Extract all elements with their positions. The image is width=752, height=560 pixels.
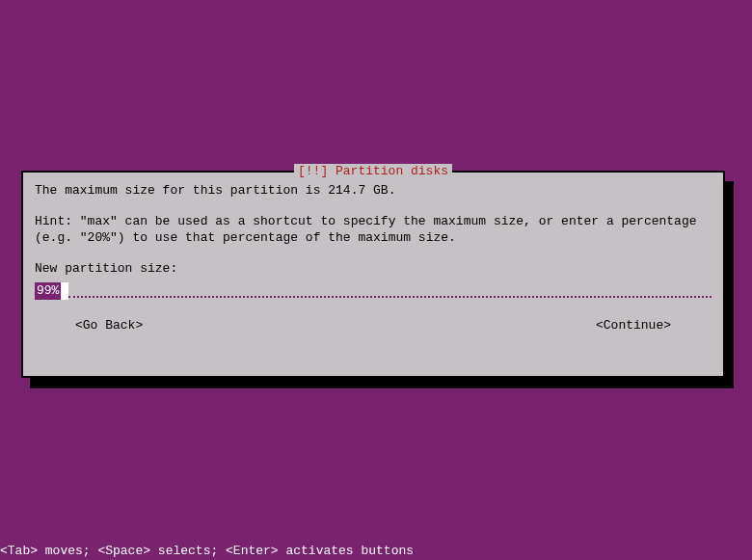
max-size-text: The maximum size for this partition is 2… <box>35 182 712 200</box>
go-back-button[interactable]: <Go Back> <box>75 317 143 334</box>
hint-text: Hint: "max" can be used as a shortcut to… <box>35 213 712 247</box>
dialog-content: The maximum size for this partition is 2… <box>23 173 723 333</box>
dialog-title: [!!] Partition disks <box>294 164 452 178</box>
input-cursor <box>61 282 68 300</box>
input-remainder <box>68 283 712 298</box>
title-marker: [!!] <box>298 164 336 178</box>
title-text: Partition disks <box>336 164 448 178</box>
input-value: 99% <box>35 282 61 300</box>
partition-size-input[interactable]: 99% <box>35 282 712 300</box>
size-prompt-label: New partition size: <box>35 260 712 278</box>
footer-hint: <Tab> moves; <Space> selects; <Enter> ac… <box>0 544 414 558</box>
dialog-nav: <Go Back> <Continue> <box>35 317 712 334</box>
continue-button[interactable]: <Continue> <box>596 317 671 334</box>
partition-dialog: [!!] Partition disks The maximum size fo… <box>21 171 725 378</box>
